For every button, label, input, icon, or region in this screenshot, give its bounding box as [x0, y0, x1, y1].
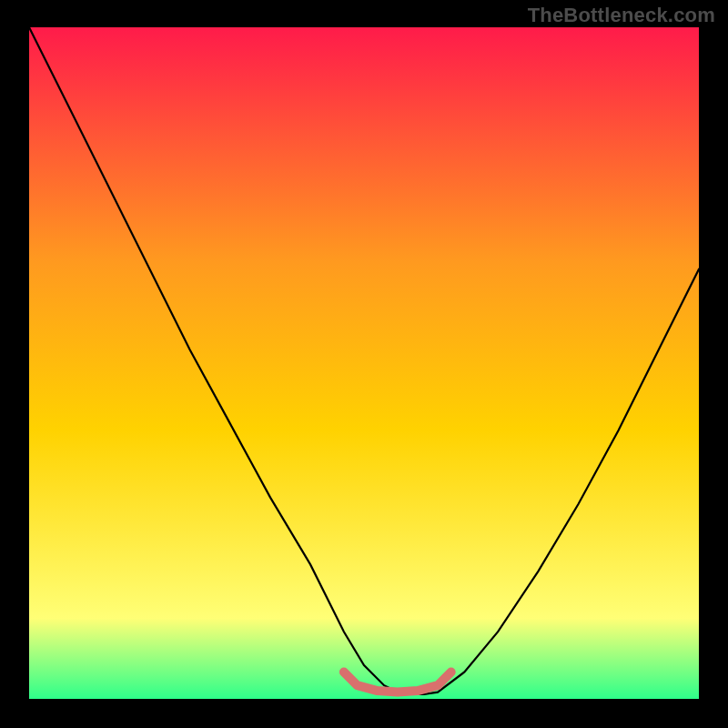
curve-layer: [29, 27, 699, 699]
optimal-band: [344, 672, 451, 693]
plot-area: [29, 27, 699, 699]
watermark-text: TheBottleneck.com: [528, 4, 715, 27]
bottleneck-curve: [29, 27, 699, 694]
chart-frame: TheBottleneck.com: [0, 0, 728, 728]
